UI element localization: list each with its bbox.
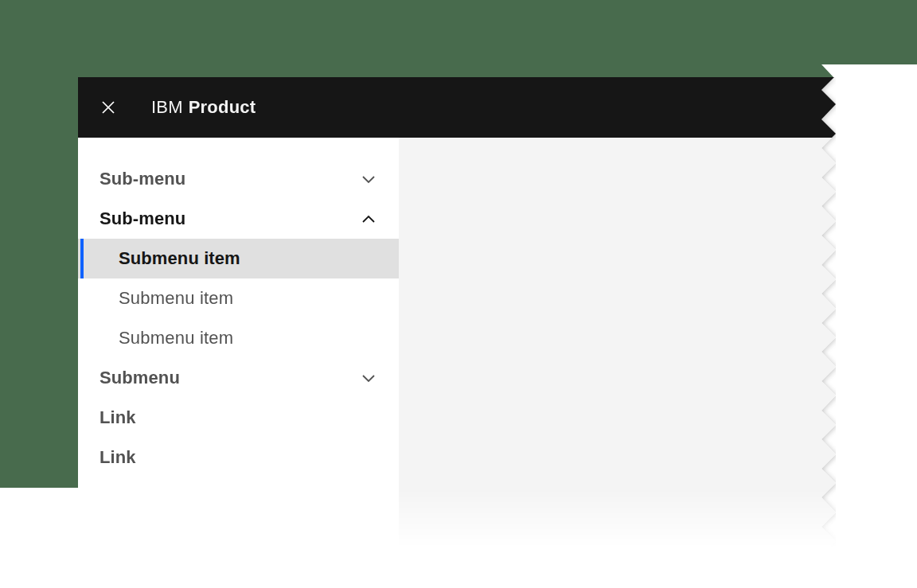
close-icon xyxy=(101,100,115,115)
chevron-down-icon xyxy=(362,374,375,383)
sidenav-item-label: Submenu xyxy=(100,368,180,388)
sidenav-subitem-label: Submenu item xyxy=(119,288,233,309)
brand-prefix: IBM xyxy=(151,97,183,118)
sidenav-item-label: Link xyxy=(100,407,136,428)
sidenav-subitem-1-selected[interactable]: Submenu item xyxy=(78,239,399,278)
sidenav-subitem-label: Submenu item xyxy=(119,248,240,269)
sidenav-item-submenu-3[interactable]: Submenu xyxy=(78,358,399,398)
header-brand[interactable]: IBM Product xyxy=(151,97,256,118)
sidenav-item-link-2[interactable]: Link xyxy=(78,438,399,477)
sidenav-item-label: Sub-menu xyxy=(100,208,185,229)
sidenav-item-label: Sub-menu xyxy=(100,169,185,189)
shell-header: IBM Product xyxy=(78,77,836,138)
close-button[interactable] xyxy=(89,77,127,138)
ui-shell-window: IBM Product Sub-menu xyxy=(78,77,836,557)
sidenav-item-label: Link xyxy=(100,447,136,468)
sidenav-subitem-3[interactable]: Submenu item xyxy=(78,318,399,358)
sidenav-item-submenu-2[interactable]: Sub-menu xyxy=(78,199,399,239)
sidenav-item-link-1[interactable]: Link xyxy=(78,398,399,438)
chevron-down-icon xyxy=(362,175,375,184)
brand-name: Product xyxy=(189,97,256,118)
sidenav-item-submenu-1[interactable]: Sub-menu xyxy=(78,159,399,199)
side-nav: Sub-menu Sub-menu xyxy=(78,138,399,557)
chevron-up-icon xyxy=(362,215,375,224)
shell-body: Sub-menu Sub-menu xyxy=(78,138,836,557)
window-shadow-layer: IBM Product Sub-menu xyxy=(78,77,836,557)
page: IBM Product Sub-menu xyxy=(0,0,917,588)
sidenav-subitem-2[interactable]: Submenu item xyxy=(78,278,399,318)
content-area xyxy=(399,138,836,557)
sidenav-subitem-label: Submenu item xyxy=(119,328,233,349)
window-torn-edge: IBM Product Sub-menu xyxy=(78,77,836,557)
